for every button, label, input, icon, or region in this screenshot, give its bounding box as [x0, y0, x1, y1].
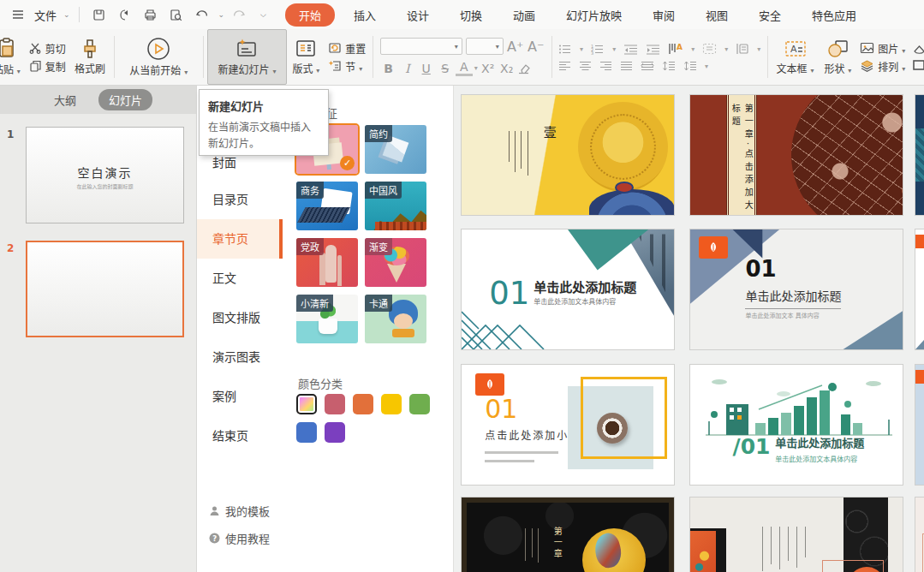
category-charts[interactable]: 演示图表	[197, 337, 283, 377]
category-body[interactable]: 正文	[197, 259, 283, 298]
shrink-font-button[interactable]: A⁻	[528, 39, 545, 55]
arrange-dropdown-icon[interactable]: ▾	[902, 65, 905, 73]
shapes-dropdown-icon[interactable]: ▾	[848, 67, 851, 74]
arrange-button[interactable]: 排列 ▾	[860, 59, 905, 74]
tab-review[interactable]: 审阅	[637, 3, 690, 27]
grow-font-button[interactable]: A⁺	[507, 39, 524, 55]
reset-button[interactable]: 重置	[328, 41, 366, 56]
template-black-gold[interactable]: 第一章	[461, 497, 675, 572]
numbered-list-icon[interactable]: 123	[591, 44, 605, 55]
font-name-select[interactable]: ▾	[380, 38, 462, 55]
category-ending[interactable]: 结束页	[197, 416, 283, 456]
picture-button[interactable]: 图片 ▾	[860, 41, 905, 56]
file-menu-chevron-icon[interactable]: ⌄	[63, 10, 70, 19]
template-teal-01[interactable]: 01 单击此处添加标题 单击此处添加文本具体内容	[461, 229, 675, 350]
category-image-text[interactable]: 图文排版	[197, 298, 283, 337]
text-placeholder-icon[interactable]	[702, 43, 717, 55]
template-coffee-01[interactable]: 01 点击此处添加小标题	[461, 364, 675, 486]
style-chinese[interactable]: 中国风	[365, 182, 426, 230]
font-color-button[interactable]: A	[456, 60, 473, 76]
print-icon[interactable]	[140, 4, 162, 25]
tab-insert[interactable]: 插入	[338, 3, 391, 27]
print-preview-icon[interactable]	[165, 4, 188, 25]
increase-indent-icon[interactable]	[646, 44, 660, 55]
template-partial-blue[interactable]	[915, 364, 924, 486]
italic-button[interactable]: I	[399, 62, 416, 75]
style-simple[interactable]: 简约	[365, 125, 426, 174]
distribute-icon[interactable]	[641, 61, 654, 71]
align-left-icon[interactable]	[558, 61, 571, 71]
from-current-dropdown-icon[interactable]: ▾	[184, 69, 188, 76]
template-chinese-yellow[interactable]: 壹	[461, 94, 675, 216]
template-light-pattern[interactable]	[689, 497, 903, 572]
category-chapter[interactable]: 章节页	[197, 219, 283, 259]
subscript-button[interactable]: X₂	[498, 62, 516, 75]
decrease-indent-icon[interactable]	[623, 44, 638, 55]
tab-special-apps[interactable]: 特色应用	[796, 3, 872, 27]
save-icon[interactable]	[88, 4, 110, 25]
new-slide-button[interactable]: 新建幻灯片 ▾	[207, 29, 288, 85]
textbox-button[interactable]: A 文本框 ▾	[772, 29, 820, 85]
category-toc[interactable]: 目录页	[197, 180, 283, 219]
shapes-button[interactable]: 形状 ▾	[819, 29, 856, 85]
template-green-01[interactable]: /01 单击此处添加标题 单击此处添加文本具体内容	[689, 364, 903, 486]
template-slate-01[interactable]: 01 单击此处添加标题 单击此处添加文本 具体内容	[689, 229, 903, 350]
tab-outline-view[interactable]: 大纲	[44, 89, 86, 110]
color-swatch-red[interactable]	[325, 394, 345, 414]
template-partial-white[interactable]	[915, 229, 924, 350]
underline-button[interactable]: U	[418, 62, 435, 75]
tab-security[interactable]: 安全	[743, 3, 796, 27]
toolbar-options-chevron-icon[interactable]: ⌵	[260, 10, 266, 20]
align-justify-icon[interactable]	[620, 61, 633, 71]
tab-slides-view[interactable]: 幻灯片	[98, 89, 152, 110]
outline-button[interactable]	[912, 59, 921, 71]
hamburger-menu-icon[interactable]	[7, 4, 29, 25]
align-text-icon[interactable]	[736, 43, 749, 55]
copy-button[interactable]: 复制	[29, 59, 66, 74]
layout-dropdown-icon[interactable]: ▾	[316, 67, 319, 74]
play-from-current-button[interactable]: 从当前开始 ▾	[117, 29, 200, 85]
line-spacing-icon[interactable]	[683, 61, 697, 71]
font-size-select[interactable]: ▾	[466, 38, 504, 55]
file-menu[interactable]: 文件	[33, 7, 58, 23]
color-swatch-blue[interactable]	[296, 422, 317, 443]
redo-icon[interactable]	[228, 4, 250, 25]
color-swatch-orange[interactable]	[353, 394, 373, 414]
color-swatch-green[interactable]	[409, 394, 430, 414]
tab-view[interactable]: 视图	[690, 3, 743, 27]
font-color-dropdown-icon[interactable]: ▾	[474, 64, 478, 72]
layout-button[interactable]: 版式 ▾	[287, 29, 325, 85]
text-direction-icon[interactable]: A	[668, 43, 683, 55]
cut-button[interactable]: 剪切	[29, 41, 66, 56]
tab-transition[interactable]: 切换	[444, 3, 498, 27]
style-fresh[interactable]: 小清新	[296, 295, 358, 343]
undo-icon[interactable]	[191, 4, 213, 25]
tab-home[interactable]: 开始	[285, 3, 335, 27]
color-swatch-purple[interactable]	[325, 422, 345, 443]
align-right-icon[interactable]	[599, 61, 612, 71]
template-partial-navy[interactable]	[915, 94, 924, 216]
section-dropdown-icon[interactable]: ▾	[359, 65, 362, 73]
style-gradient[interactable]: 渐变	[365, 238, 426, 287]
slide-1-thumbnail[interactable]: 空白演示 在此输入您的封面副标题	[26, 127, 184, 223]
strikethrough-button[interactable]: S	[437, 62, 454, 75]
color-swatch-yellow[interactable]	[381, 394, 402, 414]
style-party[interactable]: 党政	[296, 238, 358, 287]
line-spacing-up-icon[interactable]	[662, 61, 676, 71]
paste-dropdown-icon[interactable]: ▾	[17, 68, 21, 75]
template-chinese-red[interactable]: 第一章·点击添加大标题	[689, 94, 903, 216]
picture-dropdown-icon[interactable]: ▾	[902, 47, 905, 55]
align-center-icon[interactable]	[579, 61, 592, 71]
clear-format-icon[interactable]	[517, 63, 531, 74]
bullet-list-icon[interactable]	[558, 44, 572, 55]
style-cartoon[interactable]: 卡通	[365, 295, 426, 343]
format-painter-button[interactable]: 格式刷	[69, 29, 110, 85]
slide-2-thumbnail[interactable]	[26, 241, 184, 337]
export-icon[interactable]	[114, 4, 136, 25]
bold-button[interactable]: B	[380, 62, 397, 75]
color-swatch-rainbow[interactable]	[296, 394, 317, 414]
category-cases[interactable]: 案例	[197, 377, 283, 416]
template-partial-pink[interactable]	[915, 497, 924, 572]
my-templates-link[interactable]: 我的模板	[197, 503, 283, 519]
section-button[interactable]: 节 ▾	[328, 59, 366, 74]
